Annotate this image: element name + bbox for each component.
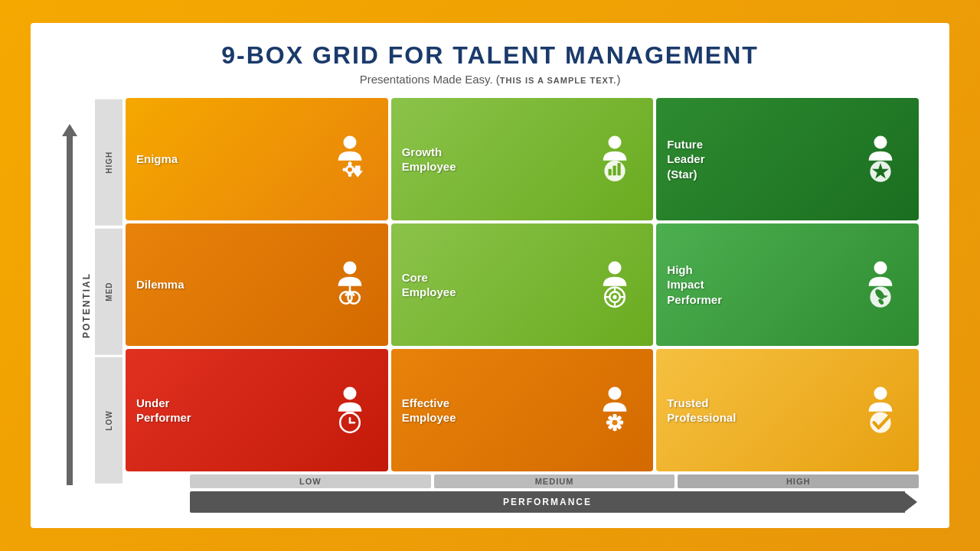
svg-rect-13 [613, 166, 616, 176]
cell-effective-icon [587, 383, 642, 438]
cell-dilemma-label: Dilemma [136, 277, 185, 292]
y-label-container: POTENTIAL [78, 98, 95, 513]
cell-effective-employee: EffectiveEmployee [391, 349, 654, 471]
cell-dilemma: Dilemma [126, 223, 388, 346]
cell-future-leader-label: FutureLeader(Star) [667, 137, 704, 182]
cell-under-performer-label: UnderPerformer [136, 396, 191, 425]
svg-point-24 [609, 261, 622, 274]
cell-trusted-label: TrustedProfessional [667, 396, 736, 425]
grid-row-medium: Dilemma [126, 223, 919, 346]
svg-rect-45 [613, 414, 617, 419]
grid-row-low: UnderPerformer [126, 349, 919, 471]
svg-rect-48 [606, 421, 611, 425]
svg-point-53 [874, 386, 887, 399]
x-axis-arrow [903, 491, 917, 513]
grid-area: Enigma [126, 98, 919, 513]
x-axis-row: PERFORMANCE [126, 491, 919, 513]
cell-under-performer: UnderPerformer [126, 349, 388, 471]
y-level-high: HIGH [95, 99, 122, 226]
cell-high-impact-label: HighImpactPerformer [667, 262, 722, 308]
svg-point-42 [609, 386, 622, 399]
slide-title: 9-BOX GRID FOR TALENT MANAGEMENT [221, 41, 759, 70]
x-axis-bar: PERFORMANCE [190, 491, 905, 513]
svg-point-15 [874, 135, 887, 148]
cell-future-leader: FutureLeader(Star) [656, 98, 919, 220]
svg-rect-5 [342, 168, 347, 171]
cell-core-icon [587, 257, 642, 312]
svg-point-37 [343, 386, 356, 399]
cell-trusted-professional: TrustedProfessional [656, 349, 919, 471]
svg-point-32 [874, 261, 887, 274]
svg-point-18 [343, 261, 356, 274]
svg-rect-46 [613, 426, 617, 431]
cell-core-employee: CoreEmployee [391, 223, 654, 346]
y-levels: HIGH MED LOW [95, 98, 122, 513]
y-arrow-container [61, 98, 78, 513]
y-axis-label: POTENTIAL [81, 272, 92, 338]
svg-point-44 [612, 420, 618, 425]
cell-growth-label: GrowthEmployee [402, 145, 456, 174]
cell-effective-label: EffectiveEmployee [402, 396, 456, 425]
cell-growth-employee: GrowthEmployee [391, 98, 654, 220]
svg-rect-47 [619, 421, 623, 425]
svg-point-0 [343, 135, 356, 148]
svg-rect-12 [609, 169, 612, 176]
x-level-medium: MEDIUM [434, 474, 675, 488]
cell-enigma-icon [322, 132, 377, 187]
grid-row-high: Enigma [126, 98, 919, 220]
cell-dilemma-icon [322, 257, 377, 312]
y-level-low: LOW [95, 357, 122, 484]
x-axis-label: PERFORMANCE [503, 497, 592, 507]
x-level-low: LOW [190, 474, 431, 488]
svg-rect-4 [348, 172, 351, 177]
y-level-medium: MED [95, 229, 122, 355]
cell-enigma: Enigma [126, 98, 388, 220]
cell-high-impact-icon [853, 257, 908, 312]
y-axis-arrow [67, 133, 73, 485]
svg-rect-14 [618, 163, 621, 175]
x-levels: LOW MEDIUM HIGH [126, 474, 919, 488]
slide-subtitle: Presentations Made Easy. (THIS IS A SAMP… [360, 73, 621, 86]
svg-marker-9 [352, 166, 363, 178]
cell-future-leader-icon [853, 132, 908, 187]
svg-point-2 [348, 168, 352, 172]
slide: 9-BOX GRID FOR TALENT MANAGEMENT Present… [31, 23, 949, 528]
cell-enigma-label: Enigma [136, 152, 178, 167]
cell-growth-icon [587, 132, 642, 187]
svg-point-10 [609, 135, 622, 148]
cell-high-impact: HighImpactPerformer [656, 223, 919, 346]
svg-point-27 [613, 295, 617, 299]
cell-under-performer-icon [322, 383, 377, 438]
y-axis-container: POTENTIAL HIGH MED LOW [61, 98, 122, 513]
x-level-high: HIGH [678, 474, 919, 488]
cell-core-label: CoreEmployee [402, 270, 456, 300]
cell-trusted-icon [853, 383, 908, 438]
chart-area: POTENTIAL HIGH MED LOW Enigma [61, 98, 919, 513]
grid-rows: Enigma [126, 98, 919, 471]
